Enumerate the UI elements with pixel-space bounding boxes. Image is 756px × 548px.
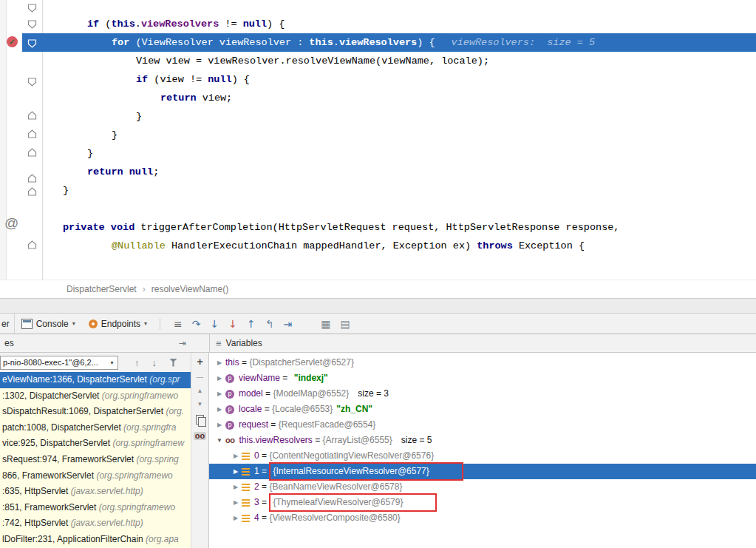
chevron-right-icon[interactable]: ▶ [214,402,225,417]
fold-marker-icon[interactable] [27,172,37,186]
code-token: } [112,129,118,141]
fold-marker-icon[interactable] [27,239,37,252]
frame-location: patch:1008, DispatcherServlet [2,422,123,433]
force-step-into-icon[interactable]: ↓ [228,319,237,329]
tab-console[interactable]: Console ▾ [15,314,82,334]
drop-frame-icon[interactable]: ↰ [265,319,274,329]
code-line[interactable]: } [22,181,756,200]
code-line[interactable] [22,200,756,218]
code-line[interactable]: return view; [22,89,756,107]
scroll-up-icon[interactable]: ▲ [197,388,203,394]
code-token: throws [477,240,513,251]
frames-panel-header: es ⇥ [0,334,191,352]
variable-row[interactable]: ▶3 = {ThymeleafViewResolver@6579} [209,495,756,510]
frame-row[interactable]: eViewName:1366, DispatcherServlet (org.s… [0,372,191,388]
frame-row[interactable]: sDispatchResult:1069, DispatcherServlet … [0,404,191,420]
variable-row[interactable]: ▶2 = {BeanNameViewResolver@6578} [209,479,756,495]
fold-marker-icon[interactable] [27,2,37,16]
breadcrumb-item[interactable]: DispatcherServlet [67,284,137,294]
step-out-icon[interactable]: ↑ [247,319,256,329]
chevron-right-icon[interactable]: ▶ [214,417,225,433]
frame-row[interactable]: sRequest:974, FrameworkServlet (org.spri… [0,452,191,468]
fold-marker-icon[interactable] [27,186,37,199]
variable-row[interactable]: ▶prequest = {RequestFacade@6554} [209,417,756,433]
code-line[interactable]: if (view != null) { [22,70,756,89]
filter-frames-icon[interactable] [169,359,177,367]
frame-package: (org.springframewo [96,470,172,481]
code-line[interactable]: View view = viewResolver.resolveViewName… [22,52,756,70]
next-frame-icon[interactable]: ↓ [152,357,157,368]
step-into-icon[interactable]: ↓ [211,319,219,329]
code-line[interactable]: @Nullable HandlerExecutionChain mappedHa… [22,237,756,255]
side-strip-icons: +—▲▼oo [191,353,209,548]
thread-dropdown[interactable]: p-nio-8080-exec-1"@6,2... ▾ [0,356,118,370]
variable-row[interactable]: ▶this = {DispatcherServlet@6527} [209,355,756,371]
variable-row[interactable]: ▶4 = {ViewResolverComposite@6580} [209,510,756,526]
chevron-right-icon[interactable]: ▶ [230,448,242,464]
menu-icon[interactable]: ≡ [216,338,222,349]
frame-location: sRequest:974, FrameworkServlet [2,454,136,464]
code-line[interactable]: } [22,107,756,126]
code-line[interactable]: return null; [22,163,756,181]
array-element-icon [242,515,250,522]
tab-endpoints[interactable]: Endpoints ▾ [82,314,154,334]
tab-debugger-partial[interactable]: er [0,314,15,334]
code-line[interactable]: private void triggerAfterCompletion(Http… [22,218,756,237]
add-watch-icon[interactable]: + [197,356,202,367]
menu-icon[interactable]: ≡ [174,319,183,329]
code-line[interactable]: } [22,144,756,163]
code-line[interactable]: if (this.viewResolvers != null) { [22,15,756,33]
chevron-right-icon[interactable]: ▶ [230,495,242,510]
chevron-right-icon[interactable]: ▶ [230,510,242,526]
step-over-icon[interactable]: ↷ [192,319,201,329]
watches-toggle-icon[interactable]: oo [194,432,206,440]
frame-row[interactable]: 866, FrameworkServlet (org.springframewo [0,468,191,484]
pin-tab-icon[interactable]: ⇥ [179,338,186,348]
run-to-cursor-icon[interactable]: ⇥ [284,319,293,329]
code-token: Exception { [513,240,585,251]
chevron-right-icon[interactable]: ▶ [214,386,225,402]
chevron-right-icon[interactable]: ▶ [230,479,242,495]
fold-marker-icon[interactable] [27,109,37,123]
previous-frame-icon[interactable]: ↑ [134,357,140,368]
view-as-table-icon[interactable]: ▦ [321,319,330,329]
code-token: (ViewResolver viewResolver : [129,37,309,48]
frame-row[interactable]: :851, FrameworkServlet (org.springframew… [0,500,191,516]
equals-sign: = [268,417,279,433]
breakpoint-verified-icon[interactable]: ✓ [7,36,18,47]
frame-row[interactable]: vice:925, DispatcherServlet (org.springf… [0,436,191,452]
copy-stack-icon[interactable] [196,415,204,424]
code-line[interactable]: } [22,126,756,144]
variable-row[interactable]: ▶pmodel = {ModelMap@6552}size = 3 [209,386,756,402]
frame-row[interactable]: :1302, DispatcherServlet (org.springfram… [0,388,191,405]
debug-window-divider [0,298,756,314]
frame-package: (org.springfra [123,422,176,433]
code-token: ) { [267,18,285,30]
fold-marker-icon[interactable] [27,18,37,32]
variable-row[interactable]: ▶pviewName = "indexj" [209,371,756,386]
frame-row[interactable]: patch:1008, DispatcherServlet (org.sprin… [0,420,191,436]
chevron-right-icon[interactable]: ▶ [214,371,225,386]
code-line[interactable]: for (ViewResolver viewResolver : this.vi… [22,33,756,52]
frame-row[interactable]: :742, HttpServlet (javax.servlet.http) [0,515,191,532]
frame-row[interactable]: lDoFilter:231, ApplicationFilterChain (o… [0,532,191,548]
variable-row[interactable]: ▼oothis.viewResolvers = {ArrayList@6555}… [209,433,756,448]
fold-marker-icon[interactable] [27,128,37,141]
chevron-right-icon[interactable]: ▶ [230,464,242,479]
chevron-right-icon[interactable]: ▶ [214,355,225,371]
code-editor[interactable]: ✓ @ if (this.viewResolvers != null) {for… [0,0,756,280]
variable-row[interactable]: ▶plocale = {Locale@6553}"zh_CN" [209,402,756,417]
headers-spacer [191,334,209,352]
separator-dash-icon[interactable]: — [197,374,203,381]
breadcrumb-item[interactable]: resolveViewName() [151,284,228,294]
fold-marker-icon[interactable] [27,146,37,160]
scroll-down-icon[interactable]: ▼ [197,402,203,407]
fold-marker-icon[interactable] [27,76,37,89]
chevron-down-icon[interactable]: ▼ [214,433,225,448]
frame-row[interactable]: :635, HttpServlet (javax.servlet.http) [0,484,191,500]
variable-row[interactable]: ▶0 = {ContentNegotiatingViewResolver@657… [209,448,756,464]
code-token: private [63,222,105,233]
fold-marker-icon[interactable] [27,38,37,51]
layout-settings-icon[interactable]: ▤ [340,319,350,329]
variable-row[interactable]: ▶1 = {InternalResourceViewResolver@6577} [209,464,756,479]
